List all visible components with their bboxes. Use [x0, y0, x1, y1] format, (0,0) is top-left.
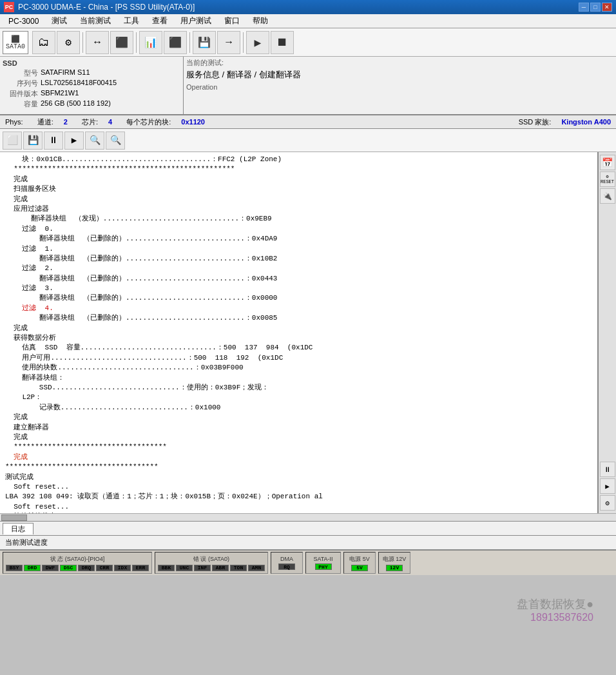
led-dsc: DSC [60, 565, 77, 571]
watermark: 盘首数据恢复● 18913587620 [517, 596, 593, 623]
led-amn: AMN [248, 565, 265, 571]
separator-2 [136, 32, 137, 53]
menu-item-tools[interactable]: 工具 [118, 14, 145, 28]
log-line: 完成 [5, 175, 592, 184]
ssd-info-panel: SSD 型号 SATAFIRM S11 序列号 LSL7025618418F00… [0, 57, 184, 114]
log-line: 等待就绪状态..............................：Ok [5, 512, 592, 513]
reset-text: RESET [601, 179, 614, 184]
sidebar-btn-gear[interactable]: ⚙ [600, 495, 615, 511]
log-line: 翻译器块组 （发现）..............................… [5, 214, 592, 224]
toolbar-btn-6[interactable]: ⬛ [164, 31, 187, 54]
dsc-led: DSC [60, 565, 77, 571]
sub-btn-record[interactable]: ▶ [64, 132, 84, 150]
sata-text: SATA0 [6, 43, 25, 50]
sata-label: ⬛ [11, 35, 20, 43]
led-inf: INF [194, 565, 211, 571]
sidebar-btn-3[interactable]: 🔌 [600, 188, 615, 204]
sub-btn-save[interactable]: 💾 [23, 132, 43, 150]
5v-label: 电源 5V [349, 555, 370, 563]
log-line: 完成 [5, 413, 592, 422]
toolbar-btn-3[interactable]: ↔ [86, 31, 109, 54]
dma-label: DMA [280, 556, 293, 562]
menu-item-test[interactable]: 测试 [46, 14, 73, 28]
sub-btn-1[interactable]: ⬜ [3, 132, 22, 150]
toolbar-btn-stop[interactable]: ⏹ [271, 31, 294, 54]
led-dwf: DWF [42, 565, 59, 571]
log-line: 获得数据分析 [5, 333, 592, 343]
log-line: Soft reset... [5, 482, 592, 492]
log-line: 翻译器块组 （已删除的）............................… [5, 293, 592, 303]
sata-indicator: ⬛ SATA0 [3, 31, 28, 54]
led-crr: CRR [96, 565, 113, 571]
error-leds: BBK UNC INF ABR TON AMN [158, 565, 265, 571]
model-label: 型号 [3, 68, 38, 78]
toolbar-btn-play[interactable]: ▶ [246, 31, 269, 54]
toolbar-btn-arrow[interactable]: → [217, 31, 240, 54]
close-button[interactable]: ✕ [602, 3, 612, 12]
menu-item-help[interactable]: 帮助 [247, 14, 274, 28]
led-unc: UNC [176, 565, 193, 571]
firmware-label: 固件版本 [3, 89, 38, 99]
state-leds: BSY DRD DWF DSC DRQ CRR IDX ERR [6, 565, 149, 571]
serial-label: 序列号 [3, 79, 38, 88]
amn-led: AMN [248, 565, 265, 571]
log-tab[interactable]: 日志 [3, 523, 34, 534]
log-line: 过滤 1. [5, 244, 592, 254]
menu-item-pc3000[interactable]: PC-3000 [3, 15, 44, 28]
toolbar-btn-5[interactable]: 📊 [139, 31, 162, 54]
menu-item-current-test[interactable]: 当前测试 [74, 14, 117, 28]
status-group-error: 错 误 (SATA0) BBK UNC INF ABR TON AMN [155, 552, 268, 574]
log-line: 翻译器块组 （已删除的）............................… [5, 234, 592, 244]
12v-label: 电源 12V [383, 555, 407, 563]
horizontal-scrollbar[interactable] [0, 513, 616, 521]
sub-btn-search2[interactable]: 🔍 [106, 132, 125, 150]
menu-item-view[interactable]: 查看 [146, 14, 173, 28]
toolbar-btn-save[interactable]: 💾 [193, 31, 216, 54]
chip-value: 4 [108, 118, 112, 126]
state-label: 状 态 (SATA0)-[PIO4] [50, 555, 105, 563]
serial-value: LSL7025618418F00415 [41, 79, 117, 88]
menu-item-window[interactable]: 窗口 [218, 14, 245, 28]
log-line: 翻译器块组： [5, 373, 592, 383]
sidebar-btn-cal[interactable]: 📅 [600, 155, 615, 170]
operation-label: Operation [186, 83, 613, 91]
chip-label: 芯片: [78, 117, 98, 127]
sidebar-btn-reset[interactable]: ⚙ RESET [600, 171, 615, 187]
bsy-led: BSY [6, 565, 23, 571]
status-group-5v: 电源 5V 5V [343, 552, 376, 574]
separator-3 [189, 32, 190, 53]
reset-label: ⚙ [606, 174, 608, 179]
log-line: 测试完成 [5, 473, 592, 482]
led-idx: IDX [114, 565, 131, 571]
separator-4 [243, 32, 244, 53]
led-rq: RQ [278, 563, 295, 570]
toolbar-btn-4[interactable]: ⬛ [110, 31, 133, 54]
sub-btn-pause[interactable]: ⏸ [44, 132, 63, 150]
status-group-dma: DMA RQ [271, 552, 303, 574]
sidebar-btn-play2[interactable]: ▶ [600, 478, 615, 494]
sub-btn-search1[interactable]: 🔍 [85, 132, 104, 150]
toolbar-btn-1[interactable]: 🗂 [32, 31, 55, 54]
menu-item-user-test[interactable]: 用户测试 [175, 14, 217, 28]
right-sidebar: 📅 ⚙ RESET 🔌 ⏸ ▶ ⚙ [598, 152, 616, 513]
led-ton: TON [230, 565, 247, 571]
title-bar: PC PC-3000 UDMA-E - China - [PS SSD Util… [0, 0, 616, 14]
5v-leds: 5V [351, 565, 368, 571]
maximize-button[interactable]: □ [590, 3, 601, 12]
block-label: 每个芯片的块: [122, 117, 171, 127]
log-line: 过滤 3. [5, 284, 592, 293]
log-output[interactable]: 块：0x01CB................................… [0, 152, 598, 513]
ton-led: TON [230, 565, 247, 571]
led-bsy: BSY [6, 565, 23, 571]
h-scroll-thumb[interactable] [1, 514, 27, 521]
toolbar-btn-2[interactable]: ⚙ [57, 31, 80, 54]
log-line: 估真 SSD 容量...............................… [5, 343, 592, 353]
sidebar-btn-pause2[interactable]: ⏸ [600, 462, 615, 477]
minimize-button[interactable]: ─ [579, 3, 589, 12]
err-led: ERR [132, 565, 149, 571]
watermark-cn: 盘首数据恢复● [517, 596, 593, 612]
log-line: 使用的块数................................：0x… [5, 363, 592, 373]
model-value: SATAFIRM S11 [41, 68, 90, 78]
unc-led: UNC [176, 565, 193, 571]
sata2-label: SATA-II [313, 556, 332, 562]
